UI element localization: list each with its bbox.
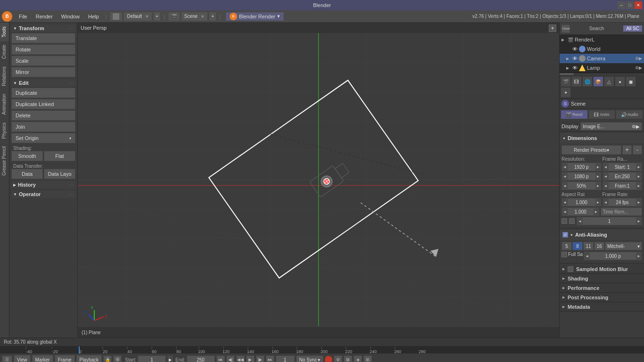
aa-checkbox[interactable]: ✓ — [562, 232, 568, 238]
prop-tab-mesh[interactable]: △ — [604, 76, 614, 87]
set-origin-btn[interactable]: Set Origin ▾ — [11, 133, 75, 143]
smb-checkbox[interactable] — [568, 266, 573, 272]
play-btn[interactable]: ▶ — [246, 355, 255, 362]
start-inc[interactable]: ► — [636, 163, 642, 171]
menu-render[interactable]: Render — [32, 13, 57, 20]
tr-dec[interactable]: ◄ — [577, 217, 583, 225]
pct-inc[interactable]: ► — [595, 181, 601, 190]
history-panel-header[interactable]: ▶ History ··· — [11, 181, 75, 189]
delete-button[interactable]: Delete — [11, 110, 75, 121]
image-editor-btn[interactable]: Image E... ⚙▶ — [580, 122, 642, 131]
skip-start-btn[interactable]: ⏮ — [216, 355, 225, 362]
render-presets-btn[interactable]: Render Presets ▾ — [561, 145, 621, 155]
full-sample-cb[interactable] — [561, 252, 567, 257]
next-keyframe-btn[interactable]: |▶ — [256, 355, 264, 362]
eye-icon-world[interactable]: 👁 — [572, 46, 578, 52]
start-arrow[interactable]: ▶ — [167, 355, 173, 362]
prop-tab-object[interactable]: 📦 — [593, 76, 603, 87]
extra-icon-1[interactable]: ⚙ — [334, 355, 342, 362]
frame-current-field[interactable]: ◄ Fram:1 ► — [603, 181, 643, 190]
eye-icon-camera[interactable]: 👁 — [572, 56, 578, 61]
pct-dec[interactable]: ◄ — [562, 181, 568, 190]
shading-section[interactable]: ▶ Shading — [560, 274, 644, 283]
aa-header[interactable]: ✓ ▼ Anti-Aliasing — [560, 230, 644, 240]
end-frame-field[interactable]: 250 — [187, 355, 215, 362]
close-button[interactable]: ✕ — [635, 1, 642, 9]
res-x-dec[interactable]: ◄ — [562, 163, 568, 171]
menu-help[interactable]: Help — [84, 13, 103, 20]
sidebar-tab-grease-pencil[interactable]: Grease Pencil — [0, 142, 9, 180]
aa-11[interactable]: 11 — [583, 242, 594, 250]
render-presets-add-btn[interactable]: + — [622, 145, 632, 155]
fps-dec[interactable]: ◄ — [603, 198, 609, 206]
fps-field[interactable]: ◄ 24 fps ► — [603, 198, 643, 206]
timeline-view-btn[interactable]: ☰ — [2, 355, 12, 362]
time-rem-val-field[interactable]: ◄ 1 ► — [577, 217, 642, 225]
resolution-y-field[interactable]: ◄ 1080 p ► — [561, 172, 602, 181]
extra-icon-3[interactable]: ◈ — [354, 355, 362, 362]
outliner-item-renderlayer[interactable]: ▶ 🎬 RenderL — [560, 35, 644, 44]
maximize-button[interactable]: □ — [626, 1, 634, 9]
menu-window[interactable]: Window — [58, 13, 83, 20]
rotate-button[interactable]: Rotate — [11, 44, 75, 55]
aa-filter-btn[interactable]: Mitchell- ▾ — [605, 242, 642, 250]
outliner-item-lamp[interactable]: ▶ 👁 Lamp ⚙▶ — [560, 63, 644, 73]
viewport-add-button[interactable]: + — [549, 25, 556, 32]
timeline-view-label[interactable]: View — [14, 355, 31, 362]
res-y-inc[interactable]: ► — [595, 172, 601, 181]
eye-icon-lamp[interactable]: 👁 — [572, 65, 578, 71]
render-tab-rend[interactable]: 🎬 Rend — [561, 110, 588, 119]
frame-end-field[interactable]: ◄ En:250 ► — [603, 172, 643, 181]
aa-val-field[interactable]: ◄ 1.000 p ► — [584, 252, 642, 260]
frame-inc[interactable]: ► — [636, 181, 642, 190]
outliner-item-camera[interactable]: ▶ 👁 Camera ⚙▶ — [560, 54, 644, 63]
smooth-button[interactable]: Smooth — [11, 151, 43, 161]
autokey-icon[interactable]: ⦿ — [113, 355, 122, 362]
aa-val-dec[interactable]: ◄ — [584, 252, 590, 260]
scene-name-btn[interactable]: Scene ✕ — [181, 12, 208, 21]
menu-file[interactable]: File — [15, 13, 31, 20]
cb2[interactable] — [569, 218, 575, 224]
workspace-name-btn[interactable]: Default ✕ — [124, 12, 152, 21]
aspect-y-field[interactable]: ◄ 1.000 ► — [561, 207, 600, 216]
skip-end-btn[interactable]: ⏭ — [266, 355, 274, 362]
timeline-playback-label[interactable]: Playback — [76, 355, 102, 362]
dimensions-header[interactable]: ▼ Dimensions — [560, 133, 644, 143]
sidebar-tab-animation[interactable]: Animation — [0, 90, 9, 118]
mirror-button[interactable]: Mirror — [11, 67, 75, 77]
aa-8[interactable]: 8 — [572, 242, 583, 250]
aa-5[interactable]: 5 — [561, 242, 572, 250]
workspace-icon-btn[interactable] — [109, 12, 123, 21]
render-engine-btn[interactable]: B Blender Render ▾ — [225, 12, 284, 21]
prop-tab-particles[interactable]: ✦ — [561, 87, 571, 98]
aspect-x-field[interactable]: ◄ 1.000 ► — [561, 198, 602, 206]
scene-close-icon[interactable]: ✕ — [201, 14, 205, 19]
tr-inc[interactable]: ► — [636, 217, 642, 225]
metadata-section[interactable]: ▶ Metadata — [560, 302, 644, 312]
end-inc[interactable]: ► — [636, 172, 642, 181]
prop-tab-render[interactable]: 🎬 — [561, 76, 571, 87]
sidebar-tab-create[interactable]: Create — [0, 41, 9, 63]
join-button[interactable]: Join — [11, 122, 75, 132]
asp-x-inc[interactable]: ► — [595, 198, 601, 206]
workspace-add-btn[interactable]: + — [153, 12, 161, 21]
search-label[interactable]: Search — [589, 26, 604, 31]
scale-button[interactable]: Scale — [11, 56, 75, 66]
scene-add-btn[interactable]: + — [209, 12, 216, 21]
prop-tab-scene[interactable]: 🎞 — [571, 76, 582, 87]
post-processing-section[interactable]: ▶ Post Processing — [560, 293, 644, 302]
workspace-close-icon[interactable]: ✕ — [145, 14, 149, 19]
extra-icon-4[interactable]: ⊞ — [363, 355, 372, 362]
operator-panel-header[interactable]: ▼ Operator ··· — [11, 190, 75, 198]
flat-button[interactable]: Flat — [44, 151, 75, 161]
scene-icon-btn[interactable]: 🎬 — [168, 12, 180, 21]
data-layers-button[interactable]: Data Layo — [44, 169, 75, 179]
timeline-frame-label[interactable]: Frame — [55, 355, 75, 362]
asp-x-dec[interactable]: ◄ — [562, 198, 568, 206]
outliner-item-world[interactable]: 👁 World — [560, 44, 644, 54]
duplicate-button[interactable]: Duplicate — [11, 88, 75, 98]
frame-start-field[interactable]: ◄ Start: 1 ► — [603, 163, 643, 171]
frame-dec[interactable]: ◄ — [603, 181, 609, 190]
nosync-btn[interactable]: No Sync ▾ — [296, 355, 324, 362]
res-y-dec[interactable]: ◄ — [562, 172, 568, 181]
